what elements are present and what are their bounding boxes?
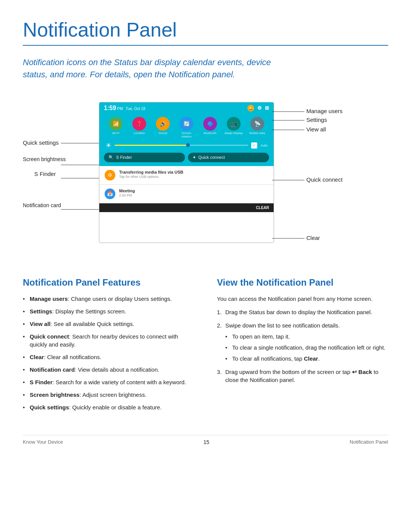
usb-notif-icon: ⚙ [105,170,115,181]
step-num: 3. [217,368,222,376]
notif-sub-meeting: 2:00 PM [119,193,268,197]
qs-bt-label: Bluetooth [204,131,217,135]
features-col: Notification Panel Features Manage users… [23,277,194,416]
title-divider [23,45,388,46]
view-panel-title: View the Notification Panel [217,277,388,288]
features-list: Manage users: Change users or display Us… [23,295,194,411]
qs-screen-rotation[interactable]: 🔄 Screen rotation [176,117,197,138]
list-item: Screen brightness: Adjust screen brightn… [23,391,194,399]
clear-button[interactable]: CLEAR [256,206,269,210]
quick-connect-icon: ✦ [193,155,196,160]
auto-label: Auto [260,144,268,147]
features-title: Notification Panel Features [23,277,194,288]
grid-icon: ⊞ [265,105,269,111]
step-2-bullets: To open an item, tap it. To clear a sing… [225,332,388,363]
screen-rotation-icon: 🔄 [180,117,193,131]
term: Settings [30,308,52,315]
quick-settings-row: 📶 Wi-Fi 📍 Location 🔊 Sound 🔄 Screen rota… [99,114,274,140]
step-2: 2. Swipe down the list to see notificati… [217,321,388,363]
list-item: Quick settings: Quickly enable or disabl… [23,403,194,411]
page-footer: Know Your Device 15 Notification Panel [23,435,388,445]
svg-text:Screen brightness: Screen brightness [23,156,66,162]
notification-area: ⚙ Transferring media files via USB Tap f… [99,166,274,203]
term: View all [30,321,51,327]
sfinder-button[interactable]: 🔍 S Finder [104,153,185,162]
brightness-fill [115,145,188,146]
svg-text:View all: View all [306,126,326,133]
status-ampm: PM [117,107,123,111]
svg-text:Clear: Clear [306,235,320,241]
qs-adapt-label: Adapt display [225,131,243,135]
back-ref: ↩ Back [352,369,372,375]
footer-right: Notification Panel [350,439,388,445]
clear-ref: Clear [304,355,318,362]
diagram-section: 1:59 PM Tue, Oct 18 🔔 ⚙ ⊞ 📶 Wi-Fi 📍 [23,94,388,258]
list-item: Manage users: Change users or display Us… [23,295,194,303]
svg-text:Notification card: Notification card [23,202,61,208]
notif-text-meeting: Meeting 2:00 PM [119,189,268,197]
qs-location-label: Location [134,131,145,135]
term: Notification card [30,366,75,373]
bluetooth-icon: 🔷 [203,117,217,131]
bottom-bar: CLEAR [99,203,274,212]
list-item: S Finder: Search for a wide variety of c… [23,378,194,386]
brightness-icon: ☀ [105,141,112,150]
content-row: Notification Panel Features Manage users… [23,277,388,416]
meeting-notif-icon: 📅 [105,189,115,199]
list-item: View all: See all available Quick settin… [23,320,194,328]
step-3: 3. Drag upward from the bottom of the sc… [217,368,388,384]
search-icon: 🔍 [108,155,114,160]
sound-icon: 🔊 [156,117,170,131]
sub-bullet: To clear all notifications, tap Clear. [225,355,388,363]
auto-checkbox[interactable]: ✓ [251,142,257,149]
quick-connect-button[interactable]: ✦ Quick connect [188,153,269,162]
svg-text:Settings: Settings [306,117,327,123]
term: S Finder [30,379,53,385]
footer-left: Know Your Device [23,439,63,445]
term: Screen brightness [30,391,80,398]
svg-text:Quick connect: Quick connect [306,176,343,183]
list-item: Quick connect: Search for nearby devices… [23,332,194,348]
sfinder-row: 🔍 S Finder ✦ Quick connect [99,153,274,166]
svg-text:S Finder: S Finder [34,171,56,177]
step-num: 2. [217,321,222,329]
view-panel-intro: You can access the Notification panel fr… [217,295,388,303]
sub-bullet: To clear a single notification, drag the… [225,343,388,351]
step-num: 1. [217,308,222,316]
term: Quick settings [30,404,69,411]
notif-title-meeting: Meeting [119,189,268,193]
brightness-thumb [186,143,190,147]
qs-bluetooth[interactable]: 🔷 Bluetooth [200,117,220,138]
quick-connect-label: Quick connect [198,155,225,160]
status-time: 1:59 [104,105,116,112]
brightness-row: ☀ ✓ Auto [99,140,274,153]
notification-icon: 🔔 [247,105,254,112]
qs-wifi-label: Wi-Fi [112,131,119,135]
notif-sub-usb: Tap for other USB options. [119,175,268,179]
sub-bullet: To open an item, tap it. [225,332,388,340]
qs-location[interactable]: 📍 Location [129,117,150,138]
location-icon: 📍 [132,117,146,131]
diagram-wrapper: 1:59 PM Tue, Oct 18 🔔 ⚙ ⊞ 📶 Wi-Fi 📍 [23,94,388,258]
brightness-bar[interactable] [115,145,248,146]
step-1: 1. Drag the Status bar down to display t… [217,308,388,316]
list-item: Clear: Clear all notifications. [23,353,194,361]
mobile-data-icon: 📡 [250,117,264,131]
status-icons: 🔔 ⚙ ⊞ [247,105,269,112]
qs-sound-label: Sound [158,131,167,135]
qs-mobile-label: Mobile data [249,131,265,135]
notif-item-usb[interactable]: ⚙ Transferring media files via USB Tap f… [99,166,274,185]
qs-adapt[interactable]: 📺 Adapt display [223,117,244,138]
svg-text:Quick settings: Quick settings [23,139,59,146]
notif-title-usb: Transferring media files via USB [119,170,268,174]
qs-mobile-data[interactable]: 📡 Mobile data [247,117,268,138]
qs-wifi[interactable]: 📶 Wi-Fi [105,117,126,138]
page-title: Notification Panel [23,18,388,41]
notif-item-meeting[interactable]: 📅 Meeting 2:00 PM [99,185,274,203]
term: Manage users [30,296,68,302]
qs-sound[interactable]: 🔊 Sound [153,117,173,138]
page-subtitle: Notification icons on the Status bar dis… [23,56,289,81]
view-panel-steps: 1. Drag the Status bar down to display t… [217,308,388,384]
list-item: Settings: Display the Settings screen. [23,307,194,315]
list-item: Notification card: View details about a … [23,366,194,374]
